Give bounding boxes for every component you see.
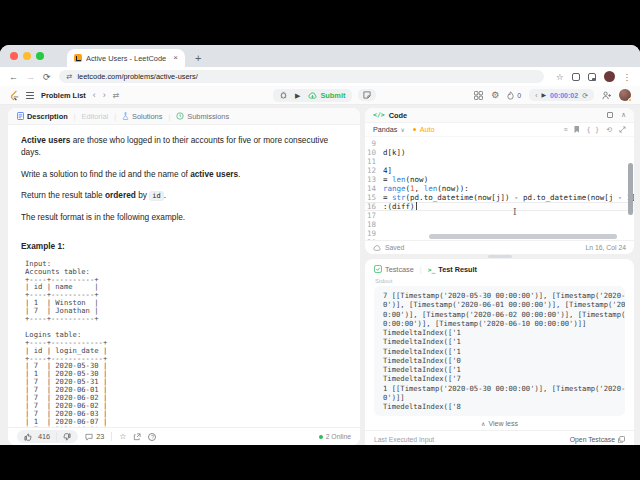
tab-test-result[interactable]: >_ Test Result [428,265,477,274]
likes-count: 416 [38,432,50,441]
feedback-icon[interactable]: ? [148,433,156,441]
reset-code-icon[interactable]: ⟲ [606,126,612,134]
description-paragraph: The result format is in the following ex… [21,211,347,223]
flask-icon [122,112,129,120]
code-line-18[interactable]: 18 [365,220,634,229]
problem-list-link[interactable]: Problem List [41,91,86,100]
code-line-10[interactable]: 10d[k]) [365,148,634,157]
debug-icon[interactable] [280,91,287,99]
editor-horizontal-scrollbar[interactable] [429,234,617,239]
description-paragraph: Active users are those who logged in to … [21,134,347,158]
code-line-13[interactable]: 13= len(now) [365,175,634,184]
tab-testcase-label: Testcase [385,265,414,274]
thumbs-down-icon[interactable] [63,433,71,441]
comments-widget[interactable]: 23 [85,432,104,441]
code-line-16[interactable]: 16:(diff) [365,202,634,211]
editor-lines: 910d[k])11124]13= len(now)14range(1, len… [365,139,634,240]
window-controls[interactable] [0,52,53,67]
tab-submissions[interactable]: Submissions [176,112,229,121]
note-icon [363,91,371,99]
settings-gear-icon[interactable]: ⚙ [491,91,499,100]
browser-menu-icon[interactable]: ⋮ [623,72,632,82]
open-testcase-link[interactable]: Open Testcase [570,436,625,443]
timer-collapse-icon[interactable]: ‹ [535,91,537,100]
code-line-9[interactable]: 9 [365,139,634,148]
tab-testcase[interactable]: Testcase [374,265,414,274]
submit-button[interactable]: Submit [308,91,345,100]
tab-close-icon[interactable]: × [173,54,178,62]
run-icon[interactable]: ▶ [295,92,300,99]
new-tab-button[interactable]: + [185,52,201,67]
example-block: Input: Accounts table: +----+----------+… [25,260,347,427]
timer-reset-icon[interactable]: ⟳ [582,91,588,100]
code-editor[interactable]: 910d[k])11124]13= len(now)14range(1, len… [365,137,634,240]
profile-switch-icon[interactable] [588,73,596,81]
example-title: Example 1: [21,241,347,251]
editor-vertical-scrollbar[interactable] [628,163,633,215]
testcase-tabbar: Testcase | >_ Test Result [365,259,634,275]
chevron-up-icon: ∧ [481,420,485,427]
minimize-window-button[interactable] [23,52,31,60]
mouse-ibeam-cursor: I [513,207,517,217]
submit-label: Submit [320,91,345,100]
problem-statement: Active users are those who logged in to … [8,125,360,427]
address-bar[interactable]: ⇄ leetcode.com/problems/active-users/ [59,70,544,83]
layout-grid-icon[interactable] [474,91,483,100]
flame-icon [507,91,514,100]
tab-solutions[interactable]: Solutions [122,112,162,121]
tab-test-result-label: Test Result [438,265,477,274]
cursor-position[interactable]: Ln 16, Col 24 [586,244,626,251]
timer-widget[interactable]: ‹ ▶ 00:00:02 ⟳ [529,89,594,101]
random-problem-icon[interactable]: ⇄ [113,91,120,100]
collapse-panel-icon[interactable]: ∧ [621,111,626,119]
bookmark-star-icon[interactable]: ☆ [556,72,564,82]
code-line-11[interactable]: 11 [365,157,634,166]
code-line-14[interactable]: 14range(1, len(now)): [365,184,634,193]
share-icon[interactable] [133,433,141,441]
code-panel-header: </> Code ∧ [365,108,634,123]
extensions-icon[interactable] [572,73,580,81]
maximize-editor-icon[interactable] [619,126,626,133]
vote-widget[interactable]: 416 [17,430,78,443]
language-label: Pandas [373,125,397,134]
auto-label[interactable]: Auto [420,125,435,134]
notes-button[interactable] [358,89,376,101]
description-paragraph: Write a solution to find the id and the … [21,168,347,180]
browser-tab[interactable]: Active Users - LeetCode × [67,49,185,67]
reload-icon[interactable]: ⟳ [43,72,51,82]
browser-avatar[interactable] [604,71,615,82]
invite-user-icon[interactable] [602,91,611,100]
timer-play-icon[interactable]: ▶ [541,92,546,99]
view-less-link[interactable]: ∧ View less [365,416,634,430]
premium-dot [628,98,632,102]
favorite-star-icon[interactable]: ☆ [119,432,126,441]
panel-splitter-handle[interactable] [488,255,512,258]
saved-cloud-icon [373,245,381,251]
language-select[interactable]: Pandas ∨ [373,125,405,134]
thumbs-up-icon[interactable] [24,433,32,441]
next-problem-icon[interactable]: › [103,91,106,100]
text-caret [416,202,417,210]
site-info-icon[interactable]: ⇄ [67,73,73,81]
back-icon[interactable]: ← [9,72,18,82]
bookmark-icon[interactable] [574,126,579,133]
editor-statusbar: Saved Ln 16, Col 24 [365,240,634,254]
fullscreen-icon[interactable] [607,112,613,118]
code-line-15[interactable]: 15= str(pd.to_datetime(now[j]) - pd.to_d… [365,193,634,202]
format-code-icon[interactable]: ≡ [563,126,567,133]
code-line-17[interactable]: 17 [365,211,634,220]
workspace: Description | Editorial | Solutions | Su… [0,105,640,445]
tab-description[interactable]: Description [17,112,68,121]
braces-icon[interactable]: { } [586,126,599,134]
daily-streak[interactable]: 0 [507,91,521,100]
user-avatar[interactable] [619,89,631,101]
maximize-window-button[interactable] [36,52,44,60]
forward-icon[interactable]: → [26,72,35,82]
tab-editorial[interactable]: Editorial [81,112,108,121]
prev-problem-icon[interactable]: ‹ [93,91,96,100]
close-window-button[interactable] [10,52,18,60]
leetcode-logo[interactable] [9,90,19,101]
code-line-12[interactable]: 124] [365,166,634,175]
last-executed-label: Last Executed Input [374,436,434,443]
comment-icon [85,433,93,441]
